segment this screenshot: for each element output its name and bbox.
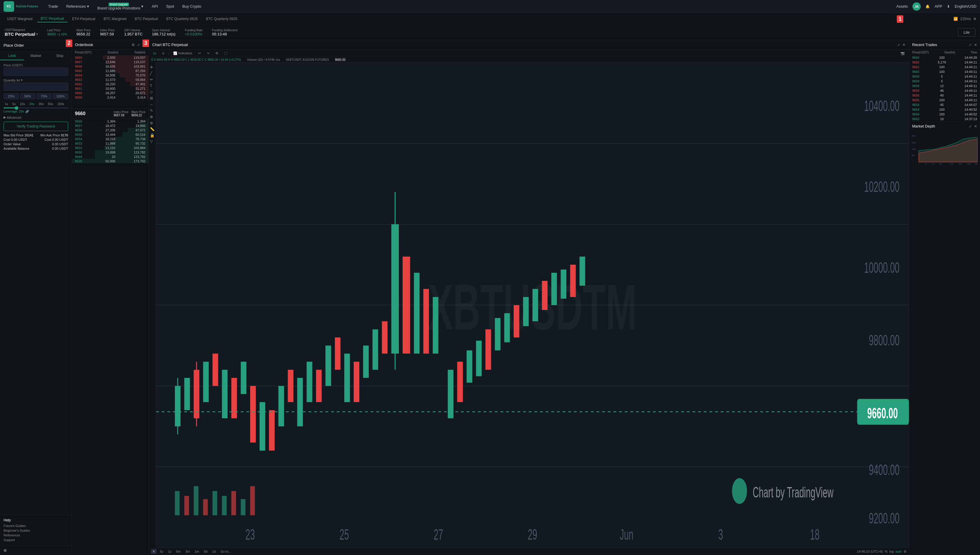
close-icon[interactable]: ✕	[974, 43, 977, 47]
crosshair-icon[interactable]: ✛	[150, 65, 155, 69]
tab-usdt-margined[interactable]: USDT Margined	[3, 16, 36, 22]
lev-35x[interactable]: 35x	[37, 101, 45, 106]
settings-icon[interactable]: ⚙	[973, 17, 977, 21]
verify-trading-password-button[interactable]: Verify Trading Password	[3, 122, 68, 131]
timeframe-1d[interactable]: 1d	[211, 549, 217, 554]
nav-app[interactable]: APP	[935, 4, 942, 8]
order-type-stop[interactable]: Stop	[48, 52, 72, 60]
futures-guides-link[interactable]: Futures Guides	[3, 524, 68, 528]
log-button[interactable]: log	[889, 550, 894, 553]
lev-1x[interactable]: 1x	[3, 101, 10, 106]
timeframe-1m[interactable]: 1m	[193, 549, 201, 554]
tab-btc-quarterly-0925[interactable]: BTC Quarterly 0925	[202, 16, 241, 22]
nav-api[interactable]: API	[147, 0, 162, 13]
bid-row[interactable]: 96581,3941,394	[72, 119, 149, 124]
lev-5x[interactable]: 5x	[11, 101, 17, 106]
expand-icon[interactable]: ⤢	[137, 43, 140, 47]
pct-75[interactable]: 75%	[37, 93, 52, 99]
ruler-icon[interactable]: 📏	[150, 127, 155, 132]
pct-25[interactable]: 25%	[3, 93, 19, 99]
indicators-button[interactable]: 📈 Indicators	[171, 51, 194, 56]
timeframe-1y[interactable]: 1y	[167, 549, 173, 554]
ask-row[interactable]: 966110,60031,271	[72, 86, 149, 91]
pct-100[interactable]: 100%	[53, 93, 68, 99]
ask-row[interactable]: 96692,500119,037	[72, 55, 149, 59]
notification-icon[interactable]: 🔔	[926, 5, 930, 8]
timeframe-3m[interactable]: 3m	[184, 549, 191, 554]
undo-icon[interactable]: ↩	[197, 51, 203, 56]
order-type-market[interactable]: Market	[24, 52, 48, 60]
bid-row[interactable]: 965213,152103,884	[72, 146, 149, 150]
annotation-icon[interactable]: ✎	[150, 108, 155, 113]
expand-icon[interactable]: ⤢	[969, 124, 972, 128]
collapse-down-icon[interactable]: ▼	[151, 549, 157, 554]
order-type-limit[interactable]: Limit	[0, 52, 24, 60]
percent-icon[interactable]: %	[885, 550, 888, 553]
quantity-input[interactable]	[3, 83, 68, 91]
tab-btc-margined[interactable]: BTC Margined	[100, 16, 130, 22]
nav-promotions[interactable]: Brand Upgrade Brand Upgrade Promotions ▾	[93, 0, 147, 13]
timeframe-0[interactable]: 0	[160, 51, 166, 56]
ask-row[interactable]: 966416,50675,570	[72, 73, 149, 77]
avatar[interactable]: JA	[913, 2, 921, 11]
bid-row[interactable]: 965418,21878,734	[72, 137, 149, 141]
chevron-down-icon[interactable]: ▾	[36, 32, 38, 36]
close-icon[interactable]: ✕	[974, 124, 977, 128]
draw-tool-icon[interactable]: ✏	[150, 77, 155, 82]
timeframe-5d[interactable]: 5d	[202, 549, 209, 554]
ask-row[interactable]: 966616,635103,891	[72, 64, 149, 69]
ask-row[interactable]: 966216,22047,491	[72, 82, 149, 86]
close-icon[interactable]: ✕	[902, 43, 905, 47]
ask-row[interactable]: 966311,57359,064	[72, 77, 149, 82]
timeframe-1h[interactable]: 1h	[151, 51, 158, 56]
tab-btc-perpetual[interactable]: BTC Perpetual	[37, 15, 67, 22]
price-input[interactable]	[3, 67, 68, 76]
lev-10x[interactable]: 10x	[19, 101, 26, 106]
bid-row[interactable]: 965718,47219,866	[72, 124, 149, 128]
goto-button[interactable]: Go to...	[219, 549, 232, 554]
nav-trade[interactable]: Trade	[44, 0, 62, 13]
lev-50x[interactable]: 50x	[47, 101, 54, 106]
chart-settings-icon2[interactable]: ⚙	[903, 550, 906, 553]
leverage-slider[interactable]	[3, 107, 68, 108]
back-arrow-icon[interactable]: ←	[150, 102, 155, 107]
expand-icon[interactable]: ⤢	[969, 43, 972, 47]
auto-button[interactable]: auto	[895, 550, 902, 553]
tab-eth-perpetual[interactable]: ETH Perpetual	[69, 16, 99, 22]
ask-row[interactable]: 96592,4142,414	[72, 95, 149, 99]
lock-icon[interactable]: 🔒	[150, 133, 155, 138]
zoom-in-icon[interactable]: ⊕	[150, 114, 155, 119]
bid-row[interactable]: 965019,898123,782	[72, 150, 149, 154]
external-link-icon[interactable]: 🔗	[26, 110, 29, 113]
draw-line-icon[interactable]: ╱	[150, 71, 155, 75]
tab-btc-quarterly-0626[interactable]: BTC Quarterly 0626	[163, 16, 201, 22]
text-tool-icon[interactable]: T	[150, 83, 155, 88]
references-link[interactable]: References	[3, 533, 68, 537]
timeframe-5y[interactable]: 5y	[158, 549, 165, 554]
chart-settings-icon[interactable]: ⚙	[214, 51, 220, 56]
pct-50[interactable]: 50%	[20, 93, 35, 99]
tab-btc-perpetual-2[interactable]: BTC Perpetual	[131, 16, 161, 22]
magnet-icon[interactable]: ⊛	[150, 121, 155, 125]
settings-icon[interactable]: ⚙	[131, 43, 135, 47]
fullscreen-icon[interactable]: ⛶	[222, 51, 229, 56]
lite-button[interactable]: Lite	[958, 28, 975, 37]
lev-100x[interactable]: 100x	[56, 101, 66, 106]
fibonacci-icon[interactable]: ⊞	[150, 96, 155, 100]
ask-row[interactable]: 966511,68687,256	[72, 69, 149, 73]
collapse-icon[interactable]: ▽	[150, 140, 155, 144]
nav-buy-crypto[interactable]: Buy Crypto	[178, 0, 205, 13]
ask-row[interactable]: 966712,646116,537	[72, 59, 149, 64]
nav-references[interactable]: References ▾	[62, 0, 93, 13]
redo-icon[interactable]: ↪	[205, 51, 211, 56]
expand-icon[interactable]: ⤢	[897, 43, 900, 47]
settings-bottom[interactable]: ⚙	[0, 546, 72, 555]
nav-spot[interactable]: Spot	[162, 0, 178, 13]
lev-20x[interactable]: 20x	[28, 101, 36, 106]
shapes-icon[interactable]: ◇	[150, 90, 155, 94]
bid-row[interactable]: 965311,99890,732	[72, 141, 149, 146]
bid-row[interactable]: 964410123,792	[72, 154, 149, 159]
logo[interactable]: KC KuCoin Futures	[3, 1, 38, 12]
bid-row[interactable]: 962950,000173,792	[72, 159, 149, 163]
bid-row[interactable]: 965627,20647,072	[72, 128, 149, 132]
